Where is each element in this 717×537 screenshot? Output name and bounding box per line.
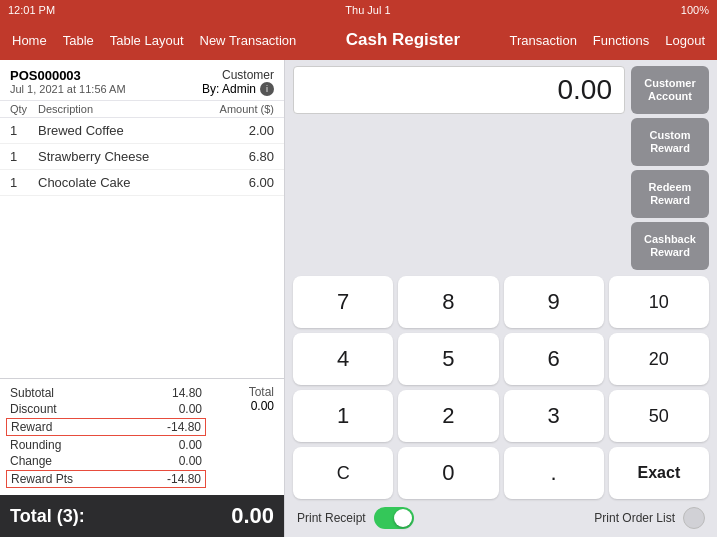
toggle-row: Print Receipt Print Order List [285,503,717,533]
customer-account-button[interactable]: Customer Account [631,66,709,114]
subtotal-label: Subtotal [10,386,54,400]
change-row: Change 0.00 [10,453,202,469]
left-panel: POS000003 Jul 1, 2021 at 11:56 AM Custom… [0,60,285,537]
nav-right-items: Transaction Functions Logout [509,33,705,48]
decimal-button[interactable]: . [504,447,604,499]
nav-home[interactable]: Home [12,33,47,48]
nav-table-layout[interactable]: Table Layout [110,33,184,48]
print-order-list-label: Print Order List [594,511,675,525]
cashback-reward-button[interactable]: Cashback Reward [631,222,709,270]
subtotal-value: 14.80 [172,386,202,400]
nav-transaction[interactable]: Transaction [509,33,576,48]
totals-section: Subtotal 14.80 Discount 0.00 Reward -14.… [0,378,284,495]
rounding-label: Rounding [10,438,61,452]
col-desc: Description [38,103,204,115]
display-screen: 0.00 [293,66,625,114]
change-value: 0.00 [179,454,202,468]
main-content: POS000003 Jul 1, 2021 at 11:56 AM Custom… [0,60,717,537]
items-list: 1 Brewed Coffee 2.00 1 Strawberry Cheese… [0,118,284,378]
num-9-button[interactable]: 9 [504,276,604,328]
nav-logout[interactable]: Logout [665,33,705,48]
customer-info: Customer By: Admin i [202,68,274,96]
reward-row: Reward -14.80 [6,418,206,436]
total-side-label: Total [249,385,274,399]
reward-pts-row: Reward Pts -14.80 [6,470,206,488]
nav-table[interactable]: Table [63,33,94,48]
side-buttons: Customer Account Custom Reward Redeem Re… [631,66,709,270]
reward-label: Reward [11,420,52,434]
table-row[interactable]: 1 Strawberry Cheese 6.80 [0,144,284,170]
toggle-thumb [394,509,412,527]
grand-total-amount: 0.00 [231,503,274,529]
nav-new-transaction[interactable]: New Transaction [200,33,297,48]
num-7-button[interactable]: 7 [293,276,393,328]
custom-reward-button[interactable]: Custom Reward [631,118,709,166]
pos-number: POS000003 [10,68,126,83]
num-1-button[interactable]: 1 [293,390,393,442]
reward-pts-label: Reward Pts [11,472,73,486]
nav-left-items: Home Table Table Layout New Transaction [12,33,296,48]
clear-button[interactable]: C [293,447,393,499]
num-2-button[interactable]: 2 [398,390,498,442]
num-5-button[interactable]: 5 [398,333,498,385]
table-row[interactable]: 1 Brewed Coffee 2.00 [0,118,284,144]
col-qty: Qty [10,103,38,115]
change-label: Change [10,454,52,468]
reward-value: -14.80 [167,420,201,434]
print-receipt-group: Print Receipt [297,507,414,529]
receipt-header: POS000003 Jul 1, 2021 at 11:56 AM Custom… [0,60,284,101]
num-6-button[interactable]: 6 [504,333,604,385]
admin-info: By: Admin i [202,82,274,96]
status-bar: 12:01 PM Thu Jul 1 100% [0,0,717,20]
status-time: 12:01 PM [8,4,55,16]
table-row[interactable]: 1 Chocolate Cake 6.00 [0,170,284,196]
discount-label: Discount [10,402,57,416]
num-4-button[interactable]: 4 [293,333,393,385]
nav-title: Cash Register [296,30,509,50]
discount-value: 0.00 [179,402,202,416]
customer-label: Customer [202,68,274,82]
admin-label: By: Admin [202,82,256,96]
print-receipt-toggle[interactable] [374,507,414,529]
num-0-button[interactable]: 0 [398,447,498,499]
nav-functions[interactable]: Functions [593,33,649,48]
toggle-row-2: Print Receipt Copy Email Receipt [285,533,717,537]
display-row: 0.00 Customer Account Custom Reward Rede… [285,60,717,276]
reward-pts-value: -14.80 [167,472,201,486]
info-icon[interactable]: i [260,82,274,96]
status-day: Thu Jul 1 [345,4,390,16]
discount-row: Discount 0.00 [10,401,202,417]
rounding-row: Rounding 0.00 [10,437,202,453]
num-20-button[interactable]: 20 [609,333,709,385]
right-panel: 0.00 Customer Account Custom Reward Rede… [285,60,717,537]
rounding-value: 0.00 [179,438,202,452]
print-order-list-toggle[interactable] [683,507,705,529]
subtotal-row: Subtotal 14.80 [10,385,202,401]
num-3-button[interactable]: 3 [504,390,604,442]
print-receipt-label: Print Receipt [297,511,366,525]
grand-total: Total (3): 0.00 [0,495,284,537]
pos-date: Jul 1, 2021 at 11:56 AM [10,83,126,95]
column-headers: Qty Description Amount ($) [0,101,284,118]
num-50-button[interactable]: 50 [609,390,709,442]
numpad: 7 8 9 10 4 5 6 20 1 2 3 50 C 0 . Exact [285,276,717,503]
redeem-reward-button[interactable]: Redeem Reward [631,170,709,218]
col-amount: Amount ($) [204,103,274,115]
grand-total-label: Total (3): [10,506,85,527]
total-side-value: 0.00 [251,399,274,413]
num-8-button[interactable]: 8 [398,276,498,328]
num-10-button[interactable]: 10 [609,276,709,328]
print-order-list-group: Print Order List [594,507,705,529]
status-battery: 100% [681,4,709,16]
exact-button[interactable]: Exact [609,447,709,499]
nav-bar: Home Table Table Layout New Transaction … [0,20,717,60]
